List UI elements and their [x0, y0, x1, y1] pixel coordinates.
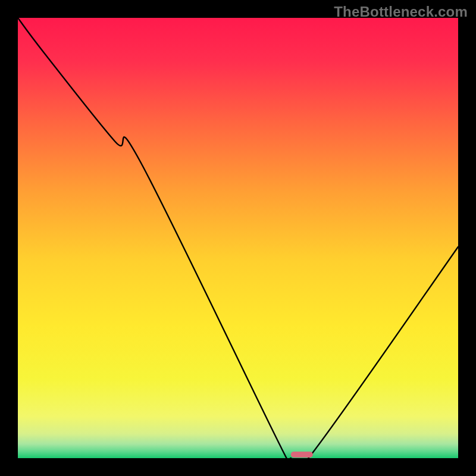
- plot-area: [18, 18, 458, 458]
- bottleneck-chart: [18, 18, 458, 458]
- gradient-background: [18, 18, 458, 458]
- optimal-marker: [291, 452, 313, 458]
- chart-frame: TheBottleneck.com: [0, 0, 476, 476]
